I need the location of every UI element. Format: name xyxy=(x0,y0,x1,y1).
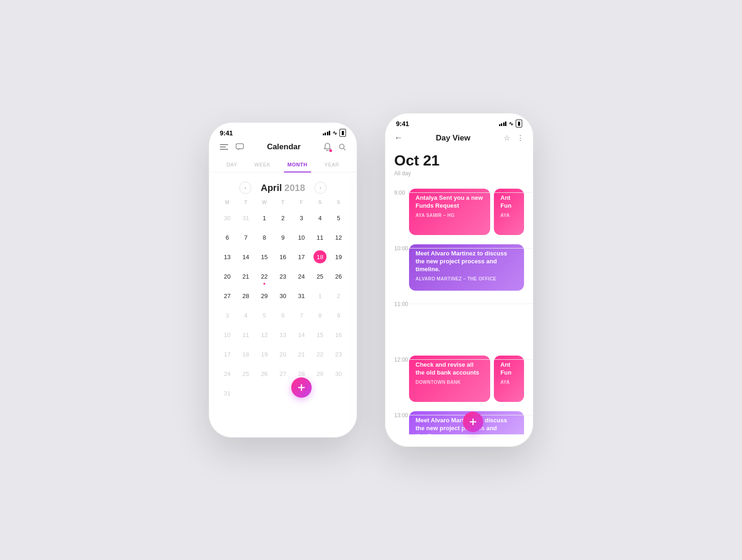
event-card[interactable]: Meet Alvaro Martinez to discuss the new … xyxy=(409,244,524,291)
date-cell-1[interactable]: 1 xyxy=(311,286,329,305)
date-cell-3[interactable]: 3 xyxy=(218,306,237,325)
date-cell-23[interactable]: 23 xyxy=(274,267,292,286)
date-cell-9[interactable]: 9 xyxy=(329,306,348,325)
time-line xyxy=(409,248,533,248)
date-cell-15[interactable]: 15 xyxy=(311,325,329,344)
date-cell-16[interactable]: 16 xyxy=(274,248,292,266)
date-cell-22[interactable]: 22 xyxy=(255,267,274,286)
date-cell-19[interactable]: 19 xyxy=(329,248,348,266)
event-sub: ALVARO MARTINEZ – THE OFFICE xyxy=(416,276,518,281)
date-cell-29[interactable]: 29 xyxy=(255,286,274,305)
date-cell-5[interactable]: 5 xyxy=(329,209,348,227)
date-cell-6[interactable]: 6 xyxy=(218,228,237,247)
date-cell-27[interactable]: 27 xyxy=(218,286,237,305)
date-cell-11[interactable]: 11 xyxy=(237,325,255,344)
date-cell-1[interactable]: 1 xyxy=(255,209,274,227)
svg-rect-3 xyxy=(236,144,243,149)
tab-week[interactable]: WEEK xyxy=(251,157,274,172)
date-cell-8[interactable]: 8 xyxy=(311,306,329,325)
date-cell-30[interactable]: 30 xyxy=(218,209,237,227)
tab-month[interactable]: MONTH xyxy=(284,157,311,172)
date-cell-23[interactable]: 23 xyxy=(329,345,348,363)
date-cell-18[interactable]: 18 xyxy=(237,345,255,363)
date-cell-2[interactable]: 2 xyxy=(329,286,348,305)
date-cell-7[interactable]: 7 xyxy=(237,228,255,247)
add-event-fab[interactable] xyxy=(291,377,312,398)
date-cell-31[interactable]: 31 xyxy=(237,209,255,227)
date-cell-24[interactable]: 24 xyxy=(292,267,311,286)
star-button[interactable]: ☆ xyxy=(504,134,510,142)
phone-day-view: 9:41 ∿ ▮ ← Day View ☆ xyxy=(385,113,533,447)
date-cell-19[interactable]: 19 xyxy=(255,345,274,363)
date-cell-18[interactable]: 18 xyxy=(311,248,329,266)
tab-year[interactable]: YEAR xyxy=(321,157,343,172)
date-cell-26[interactable]: 26 xyxy=(255,364,274,383)
date-cell-30[interactable]: 30 xyxy=(274,286,292,305)
back-button[interactable]: ← xyxy=(394,133,403,143)
add-event-fab-2[interactable] xyxy=(463,412,483,432)
date-cell-20[interactable]: 20 xyxy=(218,267,237,286)
date-cell-14[interactable]: 14 xyxy=(237,248,255,266)
event-card[interactable]: Antalya Sent you a new Funds RequestAYA … xyxy=(409,189,490,235)
date-cell-26[interactable]: 26 xyxy=(329,267,348,286)
date-cell-16[interactable]: 16 xyxy=(329,325,348,344)
date-cell-9[interactable]: 9 xyxy=(274,228,292,247)
wifi-icon: ∿ xyxy=(333,130,337,136)
date-cell-3[interactable]: 3 xyxy=(292,209,311,227)
date-cell-29[interactable]: 29 xyxy=(311,364,329,383)
date-cell-17[interactable]: 17 xyxy=(292,248,311,266)
status-bar: 9:41 ∿ ▮ xyxy=(209,122,357,140)
date-cell-28[interactable]: 28 xyxy=(237,286,255,305)
date-cell-14[interactable]: 14 xyxy=(292,325,311,344)
notification-button[interactable] xyxy=(324,143,331,151)
date-cell-12[interactable]: 12 xyxy=(255,325,274,344)
chat-button[interactable] xyxy=(236,143,244,151)
day-timeline[interactable]: 9:00Antalya Sent you a new Funds Request… xyxy=(385,184,533,434)
date-cell-8[interactable]: 8 xyxy=(255,228,274,247)
day-view-title: Day View xyxy=(436,134,470,143)
search-button[interactable] xyxy=(339,143,346,151)
right-header-icons xyxy=(324,143,346,151)
date-cell-25[interactable]: 25 xyxy=(311,267,329,286)
date-cell-20[interactable]: 20 xyxy=(274,345,292,363)
time-row-1200: 12:00Check and revise all the old bank a… xyxy=(385,351,533,407)
event-card[interactable]: Ant FunAYA xyxy=(494,189,524,235)
event-card[interactable]: Check and revise all the old bank accoun… xyxy=(409,356,490,402)
tab-day[interactable]: DAY xyxy=(223,157,241,172)
date-cell-11[interactable]: 11 xyxy=(311,228,329,247)
date-cell-30[interactable]: 30 xyxy=(329,364,348,383)
date-cell-31[interactable]: 31 xyxy=(218,384,237,402)
scene: 9:41 ∿ ▮ xyxy=(181,85,561,475)
event-title: Antalya Sent you a new Funds Request xyxy=(416,194,484,210)
date-cell-31[interactable]: 31 xyxy=(292,286,311,305)
date-cell-21[interactable]: 21 xyxy=(237,267,255,286)
date-cell-4[interactable]: 4 xyxy=(311,209,329,227)
event-title: Ant Fun xyxy=(500,361,518,377)
date-cell-25[interactable]: 25 xyxy=(237,364,255,383)
date-cell-12[interactable]: 12 xyxy=(329,228,348,247)
menu-button[interactable] xyxy=(220,144,228,150)
date-cell-13[interactable]: 13 xyxy=(274,325,292,344)
date-cell-21[interactable]: 21 xyxy=(292,345,311,363)
event-card[interactable]: Ant FunAYA xyxy=(494,356,524,402)
status-icons-2: ∿ ▮ xyxy=(499,120,523,127)
more-button[interactable]: ⋮ xyxy=(517,134,524,142)
date-cell-7[interactable]: 7 xyxy=(292,306,311,325)
next-month-button[interactable]: › xyxy=(314,182,326,194)
date-cell-2[interactable]: 2 xyxy=(274,209,292,227)
date-cell-10[interactable]: 10 xyxy=(292,228,311,247)
time-label: 11:00 xyxy=(385,300,409,307)
date-cell-15[interactable]: 15 xyxy=(255,248,274,266)
date-cell-6[interactable]: 6 xyxy=(274,306,292,325)
date-cell-17[interactable]: 17 xyxy=(218,345,237,363)
date-cell-5[interactable]: 5 xyxy=(255,306,274,325)
prev-month-button[interactable]: ‹ xyxy=(239,182,251,194)
date-cell-4[interactable]: 4 xyxy=(237,306,255,325)
svg-point-4 xyxy=(339,144,344,149)
date-cell-27[interactable]: 27 xyxy=(274,364,292,383)
date-cell-24[interactable]: 24 xyxy=(218,364,237,383)
time-row-1100: 11:00 xyxy=(385,295,533,351)
date-cell-13[interactable]: 13 xyxy=(218,248,237,266)
date-cell-10[interactable]: 10 xyxy=(218,325,237,344)
date-cell-22[interactable]: 22 xyxy=(311,345,329,363)
